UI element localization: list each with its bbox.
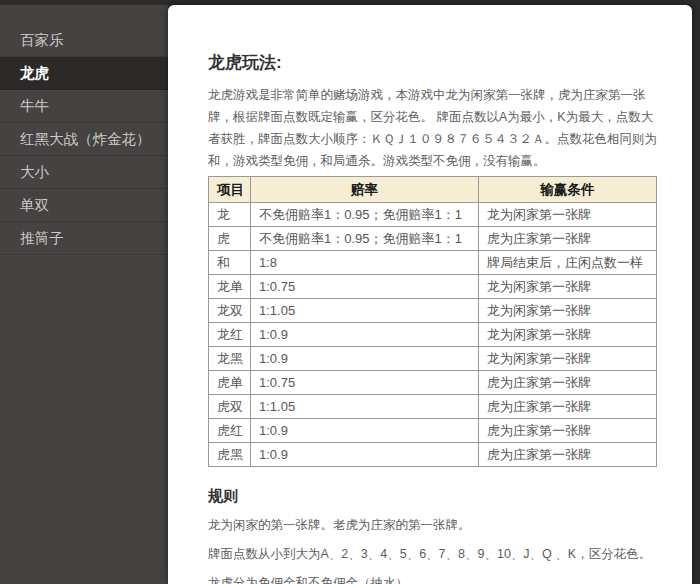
rules-list: 龙为闲家的第一张牌。老虎为庄家的第一张牌。牌面点数从小到大为A、2、3、4、5、… — [208, 517, 658, 584]
intro-paragraph: 龙虎游戏是非常简单的赌场游戏，本游戏中龙为闲家第一张牌，虎为庄家第一张牌，根据牌… — [208, 84, 660, 172]
table-row: 龙双1:1.05龙为闲家第一张牌 — [209, 299, 657, 323]
table-row: 虎不免佣赔率1：0.95；免佣赔率1：1虎为庄家第一张牌 — [209, 227, 657, 251]
table-cell: 龙红 — [209, 323, 251, 347]
table-cell: 不免佣赔率1：0.95；免佣赔率1：1 — [251, 227, 479, 251]
table-cell: 不免佣赔率1：0.95；免佣赔率1：1 — [251, 203, 479, 227]
table-header-cell: 输赢条件 — [479, 177, 657, 203]
table-cell: 龙单 — [209, 275, 251, 299]
table-cell: 虎为庄家第一张牌 — [479, 371, 657, 395]
sidebar: 百家乐龙虎牛牛红黑大战（炸金花）大小单双推筒子 — [0, 5, 168, 584]
sidebar-item-label: 大小 — [20, 164, 49, 180]
sidebar-item-label: 龙虎 — [20, 65, 49, 81]
rule-line: 龙虎分为免佣金和不免佣金（抽水） — [208, 575, 658, 584]
sidebar-item-label: 红黑大战（炸金花） — [20, 131, 151, 147]
sidebar-item-label: 推筒子 — [20, 230, 64, 246]
table-row: 龙不免佣赔率1：0.95；免佣赔率1：1龙为闲家第一张牌 — [209, 203, 657, 227]
sidebar-item-label: 牛牛 — [20, 98, 49, 114]
table-row: 虎红1:0.9虎为庄家第一张牌 — [209, 419, 657, 443]
table-cell: 虎红 — [209, 419, 251, 443]
table-row: 虎单1:0.75虎为庄家第一张牌 — [209, 371, 657, 395]
rule-line: 牌面点数从小到大为A、2、3、4、5、6、7、8、9、10、J、Q 、K，区分花… — [208, 546, 658, 563]
table-cell: 虎黑 — [209, 443, 251, 467]
table-row: 和1:8牌局结束后，庄闲点数一样 — [209, 251, 657, 275]
table-cell: 1:0.9 — [251, 419, 479, 443]
table-row: 龙单1:0.75龙为闲家第一张牌 — [209, 275, 657, 299]
table-cell: 虎为庄家第一张牌 — [479, 443, 657, 467]
table-cell: 虎为庄家第一张牌 — [479, 227, 657, 251]
table-cell: 龙为闲家第一张牌 — [479, 299, 657, 323]
sidebar-item-baccarat[interactable]: 百家乐 — [0, 24, 168, 57]
table-cell: 牌局结束后，庄闲点数一样 — [479, 251, 657, 275]
table-cell: 1:8 — [251, 251, 479, 275]
table-cell: 龙双 — [209, 299, 251, 323]
table-cell: 虎为庄家第一张牌 — [479, 395, 657, 419]
table-cell: 1:0.9 — [251, 347, 479, 371]
table-cell: 1:0.9 — [251, 323, 479, 347]
table-cell: 龙为闲家第一张牌 — [479, 323, 657, 347]
sidebar-item-red-black-battle[interactable]: 红黑大战（炸金花） — [0, 123, 168, 156]
table-cell: 龙为闲家第一张牌 — [479, 275, 657, 299]
table-row: 龙红1:0.9龙为闲家第一张牌 — [209, 323, 657, 347]
table-row: 龙黑1:0.9龙为闲家第一张牌 — [209, 347, 657, 371]
table-cell: 和 — [209, 251, 251, 275]
sidebar-item-niu-niu[interactable]: 牛牛 — [0, 90, 168, 123]
table-cell: 虎单 — [209, 371, 251, 395]
rule-line: 龙为闲家的第一张牌。老虎为庄家的第一张牌。 — [208, 517, 658, 534]
page-title: 龙虎玩法: — [208, 53, 658, 73]
table-cell: 虎双 — [209, 395, 251, 419]
table-cell: 1:1.05 — [251, 299, 479, 323]
table-cell: 1:0.75 — [251, 275, 479, 299]
table-cell: 虎 — [209, 227, 251, 251]
table-cell: 1:0.75 — [251, 371, 479, 395]
app-root: 百家乐龙虎牛牛红黑大战（炸金花）大小单双推筒子 龙虎玩法: 龙虎游戏是非常简单的… — [0, 0, 700, 584]
sidebar-item-big-small[interactable]: 大小 — [0, 156, 168, 189]
table-cell: 龙为闲家第一张牌 — [479, 203, 657, 227]
rules-title: 规则 — [208, 487, 658, 505]
table-header-cell: 项目 — [209, 177, 251, 203]
sidebar-menu: 百家乐龙虎牛牛红黑大战（炸金花）大小单双推筒子 — [0, 5, 168, 255]
table-cell: 1:0.9 — [251, 443, 479, 467]
sidebar-item-dragon-tiger[interactable]: 龙虎 — [0, 57, 168, 90]
table-body: 龙不免佣赔率1：0.95；免佣赔率1：1龙为闲家第一张牌虎不免佣赔率1：0.95… — [209, 203, 657, 467]
table-cell: 虎为庄家第一张牌 — [479, 419, 657, 443]
content-panel: 龙虎玩法: 龙虎游戏是非常简单的赌场游戏，本游戏中龙为闲家第一张牌，虎为庄家第一… — [168, 5, 692, 584]
table-cell: 龙为闲家第一张牌 — [479, 347, 657, 371]
table-header-row: 项目赔率输赢条件 — [209, 177, 657, 203]
payout-table: 项目赔率输赢条件 龙不免佣赔率1：0.95；免佣赔率1：1龙为闲家第一张牌虎不免… — [208, 176, 657, 467]
sidebar-item-label: 百家乐 — [20, 32, 64, 48]
sidebar-item-label: 单双 — [20, 197, 49, 213]
table-row: 虎黑1:0.9虎为庄家第一张牌 — [209, 443, 657, 467]
table-row: 虎双1:1.05虎为庄家第一张牌 — [209, 395, 657, 419]
table-header-cell: 赔率 — [251, 177, 479, 203]
table-cell: 龙黑 — [209, 347, 251, 371]
table-cell: 1:1.05 — [251, 395, 479, 419]
table-cell: 龙 — [209, 203, 251, 227]
sidebar-item-push-tube[interactable]: 推筒子 — [0, 222, 168, 255]
sidebar-item-odd-even[interactable]: 单双 — [0, 189, 168, 222]
